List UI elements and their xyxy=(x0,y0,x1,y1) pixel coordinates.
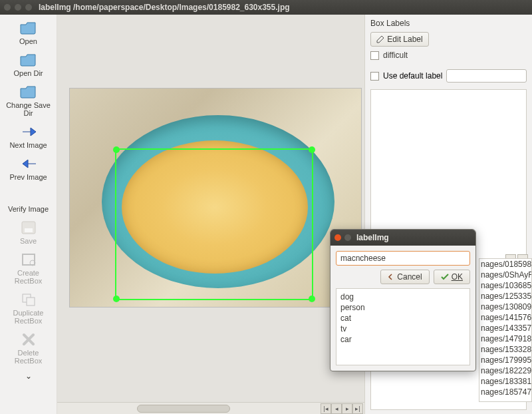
toolbar-verify-label: Verify Image xyxy=(8,205,49,213)
file-list-item[interactable]: nages/179995 xyxy=(479,355,531,365)
toolbar-del-button: Delete RectBox xyxy=(2,330,55,367)
horizontal-scrollbar[interactable]: |◂ ◂ ▸ ▸| xyxy=(57,402,364,414)
canvas-area: |◂ ◂ ▸ ▸| xyxy=(57,15,364,414)
default-label-input[interactable] xyxy=(446,69,527,83)
arrow-left-icon xyxy=(19,156,38,172)
toolbar-del-label: Delete RectBox xyxy=(15,349,43,365)
bbox-handle-tl[interactable] xyxy=(113,146,120,153)
save-icon xyxy=(19,220,38,236)
none-icon xyxy=(19,188,38,204)
cancel-button[interactable]: Cancel xyxy=(380,270,429,284)
ok-button[interactable]: OK xyxy=(434,270,470,284)
difficult-label: difficult xyxy=(383,51,408,60)
svg-rect-5 xyxy=(27,298,35,306)
toolbar-open-dir-label: Open Dir xyxy=(13,69,43,77)
label-option[interactable]: dog xyxy=(340,292,466,302)
edit-label-text: Edit Label xyxy=(387,35,422,44)
window-close-icon[interactable] xyxy=(4,4,11,11)
folder-icon xyxy=(19,52,38,68)
toolbar-verify-button[interactable]: Verify Image xyxy=(2,186,55,216)
dialog-min-icon[interactable] xyxy=(344,234,351,241)
toolbar-dup-button: Duplicate RectBox xyxy=(2,290,55,327)
file-path: /home/paperspace/Desktop/Images/0185982_… xyxy=(73,3,290,12)
toolbar-dup-label: Duplicate RectBox xyxy=(13,309,44,325)
ok-label: OK xyxy=(452,272,463,282)
toolbar-next-label: Next Image xyxy=(9,141,47,149)
app-name: labelImg xyxy=(39,3,71,12)
file-list-item[interactable]: nages/103685 xyxy=(479,280,531,291)
toolbar-change-dir-button[interactable]: Change Save Dir xyxy=(2,83,55,120)
folder-icon xyxy=(19,84,38,100)
panel-title: Box Labels xyxy=(370,19,527,28)
label-option[interactable]: cat xyxy=(340,313,466,323)
scroll-next-icon[interactable]: ▸ xyxy=(342,403,352,414)
scroll-last-icon[interactable]: ▸| xyxy=(352,403,363,414)
file-list-item[interactable]: nages/147918 xyxy=(479,333,531,344)
label-dialog: labelImg Cancel OK dogpersoncattvcar xyxy=(330,229,476,371)
scrollbar-thumb[interactable] xyxy=(137,405,230,413)
scroll-first-icon[interactable]: |◂ xyxy=(321,403,331,414)
file-list-item[interactable]: nages/183381 xyxy=(479,376,531,387)
file-list[interactable]: nages/018598nages/0ShAyFnages/103685nage… xyxy=(479,258,532,402)
toolbar-change-dir-label: Change Save Dir xyxy=(2,101,55,117)
bbox-handle-bl[interactable] xyxy=(113,296,120,302)
label-option[interactable]: person xyxy=(340,302,466,313)
folder-icon xyxy=(19,20,38,36)
file-list-item[interactable]: nages/141576 xyxy=(479,312,531,323)
toolbar-create-label: Create RectBox xyxy=(15,269,43,285)
bbox-handle-br[interactable] xyxy=(309,296,315,302)
toolbar-prev-button[interactable]: Prev Image xyxy=(2,154,55,184)
window-max-icon[interactable] xyxy=(25,4,32,11)
bounding-box[interactable] xyxy=(115,148,313,300)
file-list-item[interactable]: nages/125335 xyxy=(479,291,531,302)
window-titlebar: labelImg /home/paperspace/Desktop/Images… xyxy=(0,0,532,15)
toolbar-save-label: Save xyxy=(20,237,37,245)
left-toolbar: OpenOpen DirChange Save DirNext ImagePre… xyxy=(0,15,57,414)
use-default-checkbox[interactable] xyxy=(370,72,379,81)
file-list-item[interactable]: nages/143357 xyxy=(479,323,531,333)
label-option[interactable]: car xyxy=(340,334,466,345)
file-list-item[interactable]: nages/153328 xyxy=(479,344,531,355)
toolbar-open-button[interactable]: Open xyxy=(2,19,55,48)
dialog-titlebar[interactable]: labelImg xyxy=(331,230,475,246)
dup-icon xyxy=(19,292,38,308)
difficult-checkbox[interactable] xyxy=(370,51,379,60)
use-default-label: Use default label xyxy=(383,71,442,81)
cancel-label: Cancel xyxy=(397,272,422,282)
svg-rect-2 xyxy=(23,254,35,265)
file-list-item[interactable]: nages/0ShAyF xyxy=(479,270,531,280)
back-arrow-icon xyxy=(388,274,394,280)
label-options-list[interactable]: dogpersoncattvcar xyxy=(336,288,470,365)
toolbar-open-dir-button[interactable]: Open Dir xyxy=(2,51,55,80)
toolbar-save-button: Save xyxy=(2,218,55,248)
file-list-item[interactable]: nages/185747 xyxy=(479,387,531,397)
toolbar-more-icon[interactable]: ⌄ xyxy=(25,371,32,381)
label-input[interactable] xyxy=(336,251,470,266)
window-title: labelImg /home/paperspace/Desktop/Images… xyxy=(39,3,290,12)
loaded-image[interactable] xyxy=(69,88,362,308)
file-list-item[interactable]: nages/182229 xyxy=(479,365,531,376)
scroll-prev-icon[interactable]: ◂ xyxy=(331,403,342,414)
difficult-checkbox-row[interactable]: difficult xyxy=(370,51,527,60)
dialog-title: labelImg xyxy=(356,233,389,242)
edit-icon xyxy=(376,35,384,43)
toolbar-prev-label: Prev Image xyxy=(9,173,47,181)
check-icon xyxy=(441,274,449,280)
toolbar-create-button: Create RectBox xyxy=(2,250,55,288)
bbox-handle-tr[interactable] xyxy=(309,146,315,153)
file-list-item[interactable]: nages/130809 xyxy=(479,302,531,312)
rect-icon xyxy=(19,252,38,268)
arrow-right-icon xyxy=(19,124,38,140)
toolbar-open-label: Open xyxy=(19,37,37,45)
label-option[interactable]: tv xyxy=(340,323,466,334)
file-list-item[interactable]: nages/018598 xyxy=(479,259,531,270)
svg-rect-1 xyxy=(25,228,33,232)
dialog-close-icon[interactable] xyxy=(334,234,341,241)
window-min-icon[interactable] xyxy=(15,4,21,11)
toolbar-next-button[interactable]: Next Image xyxy=(2,122,55,152)
delete-icon xyxy=(19,331,38,347)
edit-label-button[interactable]: Edit Label xyxy=(370,32,429,47)
